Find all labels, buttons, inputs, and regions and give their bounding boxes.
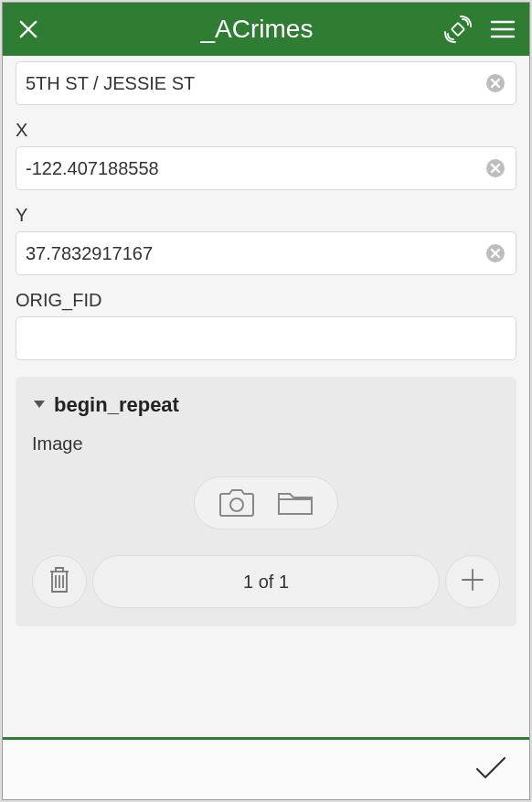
y-input-wrap [16, 231, 516, 275]
address-input-wrap [16, 61, 516, 105]
x-input[interactable] [26, 158, 484, 179]
media-pill [194, 476, 338, 529]
svg-marker-15 [34, 401, 45, 408]
form-content: X Y [3, 56, 529, 737]
page-title: _ACrimes [70, 15, 443, 44]
plus-icon [459, 566, 486, 597]
field-orig-fid: ORIG_FID [16, 290, 516, 360]
media-buttons [32, 476, 500, 529]
header: _ACrimes [3, 3, 529, 56]
repeat-nav: 1 of 1 [32, 555, 500, 608]
folder-icon[interactable] [275, 487, 315, 519]
field-address [16, 61, 516, 105]
satellite-icon[interactable] [443, 15, 473, 44]
orig-fid-input[interactable] [26, 328, 506, 349]
y-input[interactable] [26, 243, 484, 264]
chevron-down-icon [32, 397, 47, 413]
field-y: Y [16, 205, 516, 275]
repeat-title: begin_repeat [54, 393, 179, 417]
pager-label[interactable]: 1 of 1 [92, 555, 440, 608]
field-x: X [16, 120, 516, 190]
repeat-section: begin_repeat Image [16, 377, 516, 626]
x-input-wrap [16, 146, 516, 190]
checkmark-icon [473, 753, 509, 784]
footer [3, 737, 529, 799]
repeat-header[interactable]: begin_repeat [32, 393, 500, 417]
camera-icon[interactable] [217, 487, 257, 519]
y-label: Y [16, 205, 516, 226]
clear-icon[interactable] [484, 72, 506, 94]
header-right [443, 15, 516, 44]
submit-button[interactable] [473, 753, 509, 787]
menu-icon[interactable] [489, 17, 516, 41]
repeat-sublabel: Image [32, 433, 500, 454]
delete-button[interactable] [32, 555, 87, 608]
orig-fid-input-wrap [16, 316, 516, 360]
address-input[interactable] [26, 73, 484, 94]
clear-icon[interactable] [484, 157, 506, 179]
add-button[interactable] [445, 555, 500, 608]
clear-icon[interactable] [484, 242, 506, 264]
x-label: X [16, 120, 516, 141]
svg-rect-2 [452, 23, 464, 36]
svg-point-16 [230, 498, 243, 511]
orig-fid-label: ORIG_FID [16, 290, 516, 311]
close-icon[interactable] [16, 16, 41, 42]
app-container: _ACrimes [2, 2, 530, 800]
header-left [16, 16, 70, 42]
trash-icon [47, 564, 72, 599]
